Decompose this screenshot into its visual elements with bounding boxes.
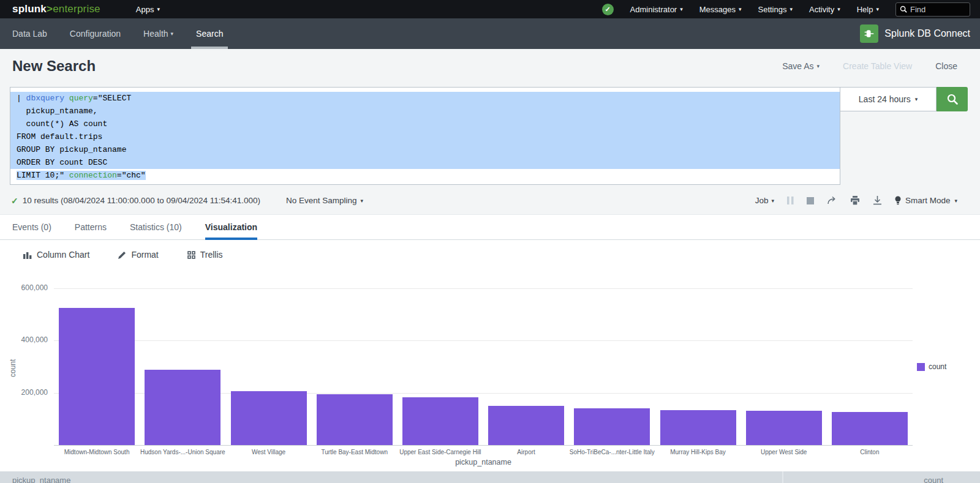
caret-down-icon: ▾ (915, 96, 918, 102)
nav-item-search[interactable]: Search (196, 18, 223, 49)
apps-label: Apps (136, 5, 154, 14)
smart-mode-menu[interactable]: Smart Mode ▾ (895, 196, 957, 205)
y-tick-label: 200,000 (0, 388, 48, 397)
logo-angle: > (47, 3, 53, 15)
pause-icon[interactable] (787, 197, 794, 204)
y-tick-label: 400,000 (0, 335, 48, 344)
query-line: GROUP BY pickup_ntaname (10, 143, 840, 156)
nav-item-data-lab[interactable]: Data Lab (12, 18, 47, 49)
nav-item-health[interactable]: Health▾ (143, 18, 173, 49)
search-icon (900, 6, 907, 13)
search-query-input[interactable]: | dbxquery query="SELECT pickup_ntaname,… (10, 87, 840, 185)
trellis-icon (187, 251, 195, 259)
tab-patterns[interactable]: Patterns (75, 215, 107, 239)
x-tick-label: Turtle Bay-East Midtown (312, 449, 398, 455)
x-tick-label: Clinton (827, 449, 913, 455)
legend-label[interactable]: count (929, 362, 946, 371)
apps-menu[interactable]: Apps ▾ (136, 5, 160, 14)
search-area: | dbxquery query="SELECT pickup_ntaname,… (0, 83, 980, 187)
top-bar: splunk>enterprise Apps ▾ ✓ Administrator… (0, 0, 980, 18)
logo-brand: splunk (12, 3, 47, 15)
query-row: | dbxquery query="SELECT pickup_ntaname,… (10, 87, 968, 185)
stop-icon[interactable] (807, 197, 814, 204)
chart-bar[interactable] (832, 412, 908, 445)
column-chart: 200,000400,000600,000Midtown-Midtown Sou… (0, 269, 980, 471)
chart-bar[interactable] (488, 406, 564, 445)
topbar-menus: Administrator▾Messages▾Settings▾Activity… (630, 5, 879, 14)
tab-statistics-10[interactable]: Statistics (10) (130, 215, 182, 239)
share-icon[interactable] (827, 196, 837, 205)
chart-bar[interactable] (317, 394, 393, 445)
chart-type-button[interactable]: Column Chart (23, 250, 89, 260)
query-line: LIMIT 10;" connection="chc" (10, 169, 840, 182)
db-connect-icon (860, 24, 878, 43)
x-tick-label: Hudson Yards-...-Union Square (140, 449, 225, 455)
viz-toolbar: Column Chart Format Trellis (0, 240, 980, 269)
x-tick-label: Airport (483, 449, 569, 455)
x-tick-label: Upper West Side (741, 449, 827, 455)
time-range-picker[interactable]: Last 24 hours ▾ (840, 87, 937, 111)
x-axis-line (54, 445, 913, 446)
close-button[interactable]: Close (935, 61, 957, 71)
query-line: pickup_ntaname, (10, 105, 840, 118)
chart-bar[interactable] (746, 411, 822, 445)
column-chart-icon (23, 251, 32, 259)
x-tick-label: Midtown-Midtown South (54, 449, 140, 455)
trellis-button[interactable]: Trellis (187, 250, 223, 260)
table-column-header[interactable]: count (784, 476, 943, 483)
query-line: | dbxquery query="SELECT (10, 92, 840, 105)
search-button[interactable] (937, 87, 968, 111)
gridline (54, 288, 913, 289)
caret-down-icon: ▾ (171, 31, 174, 37)
format-button[interactable]: Format (118, 250, 158, 260)
job-menu[interactable]: Job ▾ (755, 196, 774, 205)
chart-bar[interactable] (231, 391, 307, 445)
header-actions: Save As▾Create Table ViewClose (782, 61, 957, 71)
splunk-logo[interactable]: splunk>enterprise (12, 3, 100, 15)
page-header: New Search Save As▾Create Table ViewClos… (0, 49, 980, 83)
print-icon[interactable] (850, 196, 860, 205)
job-controls: Job ▾ Smart Mode ▾ (755, 196, 957, 205)
lightbulb-icon (895, 196, 901, 205)
menu-administrator[interactable]: Administrator▾ (630, 5, 683, 14)
caret-down-icon: ▾ (876, 6, 879, 12)
chart-bar[interactable] (574, 408, 650, 445)
chart-bar[interactable] (660, 410, 736, 445)
find-input[interactable] (910, 5, 964, 14)
x-axis-title: pickup_ntaname (54, 458, 913, 466)
app-title: Splunk DB Connect (884, 28, 970, 39)
menu-help[interactable]: Help▾ (857, 5, 879, 14)
nav-item-configuration[interactable]: Configuration (70, 18, 121, 49)
x-tick-label: Murray Hill-Kips Bay (655, 449, 741, 455)
chart-bar[interactable] (145, 370, 221, 445)
app-bar: Data LabConfigurationHealth▾Search Splun… (0, 18, 980, 49)
query-selection: LIMIT 10;" connection="chc" (17, 171, 146, 180)
save-as-button[interactable]: Save As▾ (782, 61, 820, 71)
logo-product: enterprise (53, 3, 100, 15)
tab-visualization[interactable]: Visualization (205, 215, 257, 239)
tab-events-0[interactable]: Events (0) (12, 215, 51, 239)
magnifier-icon (946, 93, 959, 105)
caret-down-icon: ▾ (771, 198, 774, 204)
chart-bar[interactable] (59, 308, 135, 445)
y-axis-title: count (9, 359, 17, 377)
app-nav: Data LabConfigurationHealth▾Search (12, 18, 223, 49)
chart-bar[interactable] (402, 397, 478, 445)
event-sampling-menu[interactable]: No Event Sampling ▾ (286, 196, 363, 205)
export-icon[interactable] (873, 196, 882, 205)
status-check-icon[interactable]: ✓ (602, 4, 614, 15)
menu-messages[interactable]: Messages▾ (699, 5, 742, 14)
find-box[interactable] (895, 2, 970, 17)
query-line: FROM default.trips (10, 130, 840, 143)
x-tick-label: SoHo-TriBeCa-...nter-Little Italy (569, 449, 655, 455)
x-tick-label: Upper East Side-Carnegie Hill (398, 449, 483, 455)
caret-down-icon: ▾ (361, 198, 364, 204)
menu-activity[interactable]: Activity▾ (809, 5, 840, 14)
table-column-header[interactable]: pickup_ntaname (12, 476, 70, 483)
results-check-icon: ✓ (11, 196, 18, 206)
caret-down-icon: ▾ (739, 6, 742, 12)
app-logo[interactable]: Splunk DB Connect (860, 18, 970, 49)
menu-settings[interactable]: Settings▾ (758, 5, 793, 14)
page: splunk>enterprise Apps ▾ ✓ Administrator… (0, 0, 980, 483)
query-line: count(*) AS count (10, 118, 840, 130)
